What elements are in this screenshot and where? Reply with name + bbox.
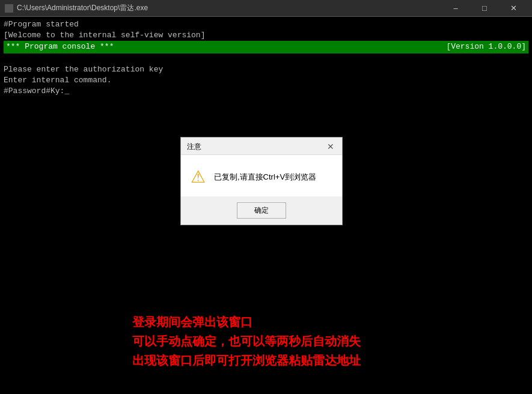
console-line-cmd: Enter internal command. (4, 75, 528, 86)
console-version-label: [Version 1.0.0.0] (446, 41, 526, 52)
title-bar: C:\Users\Administrator\Desktop\雷达.exe – … (0, 0, 532, 17)
notice-dialog: 注意 ✕ ⚠ 已复制,请直接Ctrl+V到浏览器 确定 (180, 137, 343, 225)
console-line-3: *** Program console *** [Version 1.0.0.0… (4, 41, 528, 53)
dialog-titlebar: 注意 ✕ (181, 138, 342, 155)
console-line-auth: Please enter the authorization key (4, 64, 528, 75)
dialog-ok-button[interactable]: 确定 (237, 202, 286, 219)
console-line-2: [Welcome to the internal self-view versi… (4, 30, 528, 41)
dialog-close-button[interactable]: ✕ (325, 141, 336, 152)
svg-rect-1 (10, 5, 13, 8)
maximize-button[interactable]: □ (471, 0, 498, 17)
console-line-password: #Password#Ky:_ (4, 86, 528, 97)
console-line-1: #Program started (4, 19, 528, 30)
console-area: #Program started [Welcome to the interna… (0, 17, 532, 394)
title-bar-controls: – □ ✕ (442, 0, 527, 17)
annotation-block: 登录期间会弹出该窗口 可以手动点确定，也可以等两秒后自动消失 出现该窗口后即可打… (132, 312, 361, 370)
dialog-title: 注意 (187, 142, 201, 152)
minimize-button[interactable]: – (442, 0, 469, 17)
title-bar-left: C:\Users\Administrator\Desktop\雷达.exe (5, 3, 148, 13)
dialog-message: 已复制,请直接Ctrl+V到浏览器 (214, 171, 316, 183)
console-program-label: *** Program console *** (6, 41, 114, 52)
dialog-footer: 确定 (181, 196, 342, 225)
app-icon (5, 4, 13, 13)
annotation-line-1: 登录期间会弹出该窗口 (132, 312, 361, 332)
svg-rect-2 (5, 9, 8, 12)
warning-icon: ⚠ (191, 167, 206, 187)
console-blank-1 (4, 53, 528, 64)
close-button[interactable]: ✕ (500, 0, 527, 17)
svg-rect-3 (10, 9, 13, 12)
annotation-line-2: 可以手动点确定，也可以等两秒后自动消失 (132, 332, 361, 351)
dialog-body: ⚠ 已复制,请直接Ctrl+V到浏览器 (181, 155, 342, 196)
svg-rect-0 (5, 5, 8, 8)
annotation-line-3: 出现该窗口后即可打开浏览器粘贴雷达地址 (132, 351, 361, 370)
title-bar-text: C:\Users\Administrator\Desktop\雷达.exe (17, 3, 148, 13)
